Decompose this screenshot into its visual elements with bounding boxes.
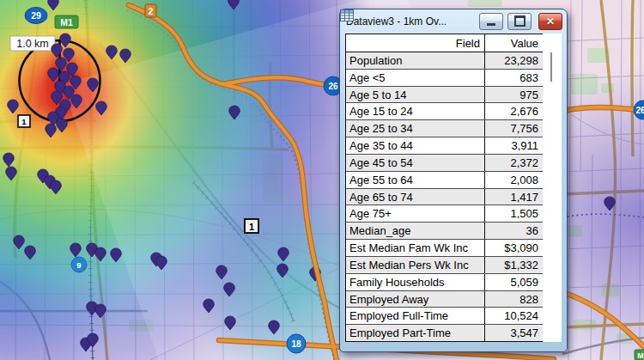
shield-9[interactable]: 9 — [71, 257, 87, 272]
table-row[interactable]: Age 75+1,505 — [346, 205, 543, 223]
table-row[interactable]: Age 15 to 242,676 — [346, 103, 543, 120]
value-cell: 23,298 — [485, 52, 543, 69]
field-cell: Age 45 to 54 — [346, 155, 485, 171]
close-icon: ✕ — [546, 16, 555, 27]
field-cell: Age 65 to 74 — [346, 189, 485, 205]
table-row[interactable]: Age 55 to 642,008 — [346, 172, 543, 189]
svg-text:M1: M1 — [60, 17, 73, 27]
table-row[interactable]: Population23,298 — [346, 52, 543, 70]
svg-text:1: 1 — [21, 117, 27, 126]
field-cell: Employed Full-Time — [346, 308, 485, 324]
field-cell: Age 35 to 44 — [346, 137, 485, 154]
field-cell: Employed Part-Time — [346, 325, 485, 341]
field-cell: Est Median Fam Wk Inc — [346, 240, 485, 256]
app-screen: 1.0 km — [0, 0, 644, 360]
svg-text:18: 18 — [291, 339, 301, 349]
table-row[interactable]: Age 65 to 741,417 — [346, 189, 543, 206]
table-header[interactable]: Field Value — [346, 34, 543, 52]
scrollbar-thumb[interactable] — [550, 52, 552, 82]
value-cell: 2,372 — [485, 155, 543, 171]
field-cell: Age 15 to 24 — [346, 103, 485, 119]
data-table: Field Value Population23,298Age <5683Age… — [345, 34, 544, 342]
scrollbar-track[interactable] — [543, 34, 562, 342]
scale-label: 1.0 km — [10, 36, 55, 51]
svg-text:M: M — [637, 351, 644, 360]
table-row[interactable]: Est Median Pers Wk Inc$1,332 — [346, 257, 543, 274]
svg-text:26: 26 — [635, 106, 644, 115]
table-icon — [340, 9, 354, 21]
window-client-area: Field Value Population23,298Age <5683Age… — [345, 34, 562, 342]
table-row[interactable]: Employed Away828 — [346, 291, 543, 308]
value-cell: $3,090 — [485, 240, 543, 256]
field-column-header[interactable]: Field — [346, 34, 485, 52]
maximize-icon — [514, 15, 526, 27]
table-row[interactable]: Employed Full-Time10,524 — [346, 308, 543, 325]
value-cell: 2,676 — [485, 103, 543, 119]
table-row[interactable]: Age 45 to 542,372 — [346, 155, 543, 172]
field-cell: Age 75+ — [346, 205, 485, 222]
dataview-window: Dataview3 - 1km Ov... ✕ Field Value Popu… — [339, 9, 568, 352]
shield-18[interactable]: 18 — [287, 334, 306, 353]
value-cell: 1,417 — [485, 189, 543, 205]
value-cell: 828 — [485, 291, 543, 308]
svg-text:9: 9 — [76, 260, 81, 270]
table-row[interactable]: Age <5683 — [346, 70, 543, 87]
value-cell: 5,059 — [485, 274, 543, 290]
field-cell: Median_age — [346, 223, 485, 239]
svg-text:2: 2 — [149, 6, 154, 16]
value-cell: 36 — [485, 223, 543, 239]
shield-m-corner[interactable]: M — [635, 350, 644, 360]
value-cell: 2,008 — [485, 172, 543, 188]
field-cell: Employed Away — [346, 291, 485, 308]
table-row[interactable]: Age 25 to 347,756 — [346, 120, 543, 137]
value-cell: 3,911 — [485, 137, 543, 154]
field-cell: Est Median Pers Wk Inc — [346, 257, 485, 273]
minimize-icon — [487, 23, 495, 26]
field-cell: Age 25 to 34 — [346, 120, 485, 137]
window-title: Dataview3 - 1km Ov... — [346, 15, 475, 27]
svg-text:29: 29 — [31, 10, 41, 21]
table-row[interactable]: Employed Part-Time3,547 — [346, 325, 543, 341]
value-cell: 975 — [485, 87, 543, 103]
table-row[interactable]: Median_age36 — [346, 223, 543, 240]
shield-m1[interactable]: M1 — [55, 15, 78, 28]
field-cell: Age <5 — [346, 70, 485, 86]
table-row[interactable]: Family Households5,059 — [346, 274, 543, 291]
maximize-button[interactable] — [507, 13, 532, 30]
window-titlebar[interactable]: Dataview3 - 1km Ov... ✕ — [340, 9, 567, 33]
shield-1-west[interactable]: 1 — [18, 115, 30, 127]
field-cell: Age 55 to 64 — [346, 172, 485, 188]
table-row[interactable]: Age 5 to 14975 — [346, 87, 543, 104]
value-cell: 3,547 — [485, 325, 543, 341]
value-cell: 683 — [485, 70, 543, 86]
svg-text:1: 1 — [249, 222, 254, 232]
field-cell: Population — [346, 52, 485, 69]
close-button[interactable]: ✕ — [538, 13, 562, 30]
shield-2[interactable]: 2 — [145, 4, 156, 17]
value-cell: $1,332 — [485, 257, 543, 273]
value-cell: 10,524 — [485, 308, 543, 324]
shield-29[interactable]: 29 — [25, 8, 47, 24]
value-cell: 1,505 — [485, 205, 543, 222]
field-cell: Family Households — [346, 274, 485, 290]
minimize-button[interactable] — [479, 13, 503, 30]
svg-text:26: 26 — [328, 82, 338, 91]
scale-label-text: 1.0 km — [16, 38, 49, 50]
table-row[interactable]: Age 35 to 443,911 — [346, 137, 543, 155]
shield-1-center[interactable]: 1 — [245, 219, 258, 233]
table-row[interactable]: Est Median Fam Wk Inc$3,090 — [346, 240, 543, 257]
table-body: Population23,298Age <5683Age 5 to 14975A… — [346, 52, 543, 341]
value-column-header[interactable]: Value — [485, 34, 543, 52]
field-cell: Age 5 to 14 — [346, 87, 485, 103]
value-cell: 7,756 — [485, 120, 543, 137]
